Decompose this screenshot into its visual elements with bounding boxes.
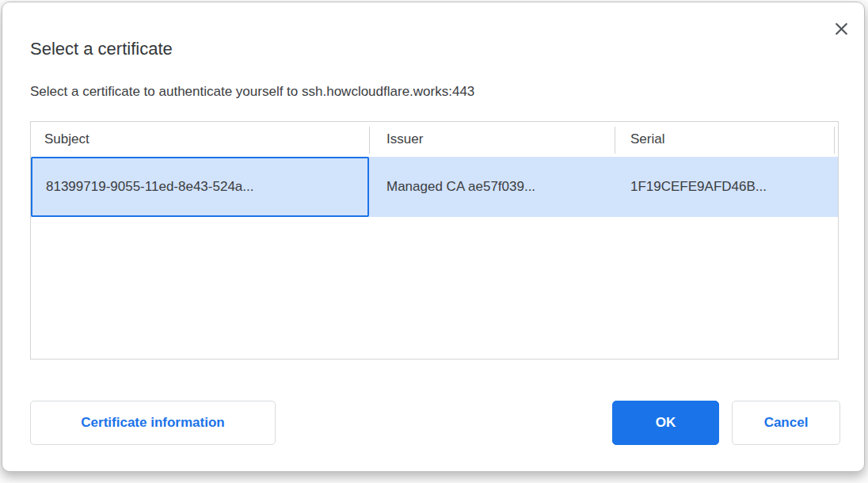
certificate-row-selected[interactable]: 81399719-9055-11ed-8e43-524a... Managed … [31,157,838,217]
table-empty-area [31,217,838,359]
column-header-subject: Subject [31,131,369,147]
cell-issuer[interactable]: Managed CA ae57f039... [369,157,615,217]
table-header-row: Subject Issuer Serial [31,122,838,157]
column-header-issuer: Issuer [369,131,615,147]
ok-button[interactable]: OK [612,401,719,445]
column-header-serial: Serial [615,131,838,147]
certificate-information-button[interactable]: Certificate information [30,401,276,445]
certificate-table: Subject Issuer Serial 81399719-9055-11ed… [30,121,839,359]
column-divider [834,127,835,154]
dialog-subtitle: Select a certificate to authenticate you… [30,82,474,101]
cell-serial[interactable]: 1F19CEFE9AFD46B... [615,157,838,217]
cell-subject[interactable]: 81399719-9055-11ed-8e43-524a... [31,157,369,217]
cancel-button[interactable]: Cancel [732,401,840,445]
close-icon [835,22,848,36]
dialog-title: Select a certificate [30,37,173,61]
column-divider [369,127,370,154]
column-divider [615,127,615,154]
certificate-select-dialog: Select a certificate Select a certificat… [2,2,865,472]
close-button[interactable] [829,17,853,40]
